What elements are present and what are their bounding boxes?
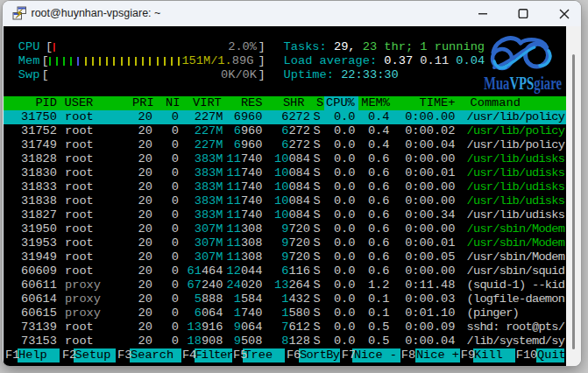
svg-text:MuaVPSgiare: MuaVPSgiare <box>484 74 562 94</box>
